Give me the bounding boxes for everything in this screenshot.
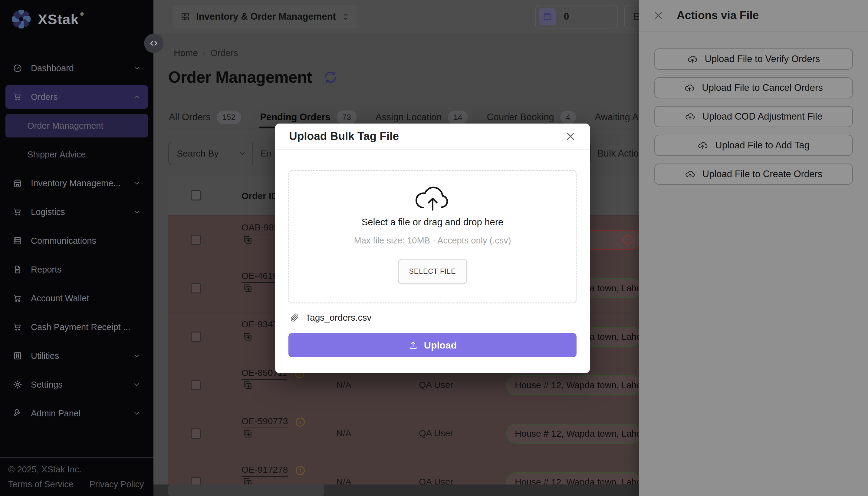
cloud-upload-icon xyxy=(697,140,708,151)
copy-order-icon[interactable] xyxy=(242,290,253,295)
page-title: Order Management xyxy=(168,68,312,86)
tab-label: Assign Location xyxy=(375,112,442,123)
actions-drawer: Actions via File Upload File to Verify O… xyxy=(639,0,868,496)
cloud-upload-icon xyxy=(687,54,697,64)
file-icon xyxy=(13,265,22,274)
row-checkbox[interactable] xyxy=(191,331,201,342)
row-checkbox[interactable] xyxy=(191,477,201,484)
sidebar-item-settings[interactable]: Settings xyxy=(5,373,148,397)
order-id-link[interactable]: OE-9347 xyxy=(242,319,278,331)
code-icon xyxy=(149,39,158,48)
drawer-action-button[interactable]: Upload File to Add Tag xyxy=(654,135,853,156)
sidebar-item-shipper-advice[interactable]: Shipper Advice xyxy=(5,143,148,166)
copyright-text: © 2025, XStak Inc. xyxy=(8,465,145,475)
sidebar-item-label: Communications xyxy=(31,236,96,246)
sidebar-item-account-wallet[interactable]: Account Wallet xyxy=(5,286,148,310)
column-header-order-id: Order ID xyxy=(242,191,278,201)
sidebar-item-utilities[interactable]: Utilities xyxy=(5,344,148,368)
sidebar-item-dashboard[interactable]: Dashboard xyxy=(5,56,148,80)
paperclip-icon xyxy=(290,313,299,323)
row-checkbox[interactable] xyxy=(191,429,201,439)
scrollbar-thumb[interactable] xyxy=(168,484,324,496)
sidebar-item-cash-payment-receipt[interactable]: Cash Payment Receipt ... xyxy=(5,315,148,339)
row-checkbox[interactable] xyxy=(191,380,201,390)
sidebar-item-reports[interactable]: Reports xyxy=(5,258,148,281)
sidebar-footer: © 2025, XStak Inc. Terms of Service Priv… xyxy=(0,457,154,496)
select-all-checkbox[interactable] xyxy=(191,190,201,200)
cell-user: QA User xyxy=(419,477,453,484)
sidebar-item-label: Settings xyxy=(31,380,63,390)
app-selector-label: Inventory & Order Management xyxy=(196,11,336,22)
order-id-link[interactable]: OE-4619 xyxy=(242,271,278,283)
store-icon xyxy=(13,179,22,188)
sidebar-item-admin-panel[interactable]: Admin Panel xyxy=(5,402,148,425)
sidebar-item-communications[interactable]: Communications xyxy=(5,229,148,252)
cloud-upload-icon xyxy=(685,169,695,179)
grid-icon xyxy=(180,12,190,21)
sidebar-collapse-toggle[interactable] xyxy=(144,34,163,53)
cell-na: N/A xyxy=(336,380,351,390)
terms-link[interactable]: Terms of Service xyxy=(8,479,74,489)
sidebar-item-label: Shipper Advice xyxy=(27,150,86,159)
upload-icon xyxy=(408,340,418,350)
sidebar-item-inventory-manageme[interactable]: Inventory Manageme... xyxy=(5,171,148,195)
chevron-down-icon xyxy=(239,150,246,157)
order-info-icon[interactable]: i xyxy=(296,418,305,427)
search-by-dropdown[interactable]: Search By xyxy=(168,142,253,165)
chevron-icon xyxy=(133,208,141,216)
row-checkbox[interactable] xyxy=(191,235,201,245)
cloud-upload-icon xyxy=(685,111,695,122)
tab-label: Courier Booking xyxy=(487,112,554,123)
chevron-icon xyxy=(133,179,141,187)
drawer-title: Actions via File xyxy=(677,9,759,22)
drawer-body: Upload File to Verify Orders Upload File… xyxy=(639,31,868,185)
tab-count-badge: 152 xyxy=(217,110,241,124)
sidebar-item-label: Logistics xyxy=(31,207,65,217)
drawer-action-button[interactable]: Upload File to Verify Orders xyxy=(654,48,853,69)
drawer-close-icon[interactable] xyxy=(653,10,663,20)
copy-order-icon[interactable] xyxy=(242,435,253,440)
dropzone-title: Select a file or drag and drop here xyxy=(361,217,503,228)
chevron-icon xyxy=(133,294,141,302)
sidebar-item-label: Cash Payment Receipt ... xyxy=(31,322,130,332)
modal-title: Upload Bulk Tag File xyxy=(289,130,399,143)
copy-order-icon[interactable] xyxy=(242,338,253,343)
tab[interactable]: All Orders 152 xyxy=(168,107,242,128)
cloud-upload-icon xyxy=(414,183,452,211)
chevron-icon xyxy=(133,323,141,331)
copy-order-icon[interactable] xyxy=(242,386,253,391)
breadcrumb-current[interactable]: Orders xyxy=(210,48,238,58)
wallet-badge[interactable]: 0 xyxy=(535,5,618,29)
order-id-link[interactable]: OAB-985 xyxy=(242,222,279,234)
row-checkbox[interactable] xyxy=(191,283,201,293)
privacy-link[interactable]: Privacy Policy xyxy=(89,479,144,489)
modal-close-icon[interactable] xyxy=(565,131,576,142)
chip-error-info-icon[interactable]: i xyxy=(623,235,633,245)
gear-icon xyxy=(13,380,22,389)
sidebar-item-order-management[interactable]: Order Management xyxy=(5,114,148,138)
file-dropzone[interactable]: Select a file or drag and drop here Max … xyxy=(288,170,577,304)
copy-order-icon[interactable] xyxy=(242,241,253,246)
selected-file-name: Tags_orders.csv xyxy=(305,312,371,323)
upload-button[interactable]: Upload xyxy=(288,333,577,357)
sidebar-item-orders[interactable]: Orders xyxy=(5,85,148,109)
breadcrumb-home[interactable]: Home xyxy=(174,48,198,58)
order-id-link[interactable]: OE-917278 xyxy=(242,465,288,477)
sidebar-item-logistics[interactable]: Logistics xyxy=(5,200,148,224)
drawer-action-button[interactable]: Upload File to Cancel Orders xyxy=(654,77,853,98)
chevron-icon xyxy=(133,409,141,417)
drawer-action-button[interactable]: Upload File to Create Orders xyxy=(654,164,853,185)
screen: XStak® Dashboard Orders xyxy=(0,0,868,496)
select-file-button[interactable]: SELECT FILE xyxy=(398,259,467,284)
drawer-action-button[interactable]: Upload COD Adjustment File xyxy=(654,106,853,127)
sidebar-nav: Dashboard Orders Order Management xyxy=(0,56,154,430)
sidebar-item-label: Orders xyxy=(31,92,58,102)
refresh-icon[interactable] xyxy=(323,70,337,84)
app-selector[interactable]: Inventory & Order Management xyxy=(173,5,357,29)
sidebar-item-label: Inventory Manageme... xyxy=(31,179,121,188)
address-chip: House # 12, Wapda town, Laho i xyxy=(506,424,642,444)
order-id-link[interactable]: OE-590773 xyxy=(242,416,288,428)
cell-na: N/A xyxy=(336,477,351,484)
chevron-icon xyxy=(133,237,141,245)
order-info-icon[interactable]: i xyxy=(296,466,305,475)
